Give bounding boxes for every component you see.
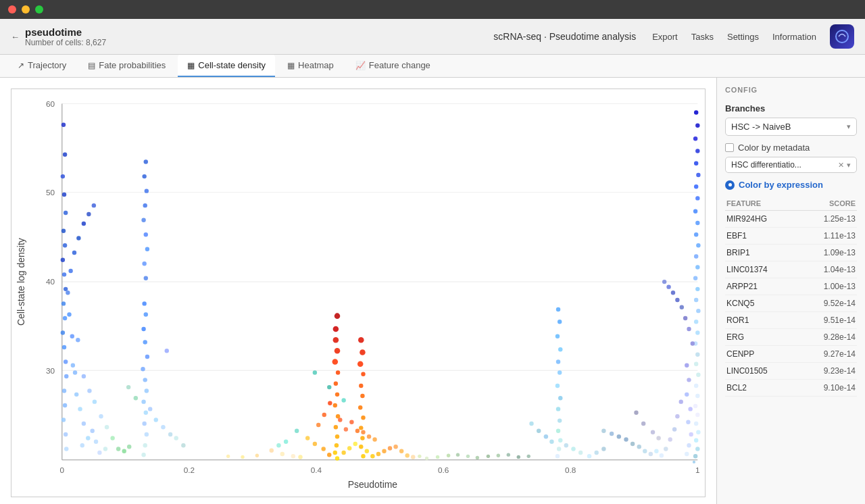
tab-cell-state-density[interactable]: ▦ Cell-state density — [178, 55, 275, 77]
svg-point-253 — [680, 305, 684, 309]
svg-point-29 — [61, 229, 66, 233]
svg-point-208 — [693, 276, 697, 280]
table-row[interactable]: BRIP11.09e-13 — [725, 245, 857, 261]
svg-point-237 — [672, 427, 676, 431]
svg-text:30: 30 — [46, 366, 55, 375]
table-row[interactable]: ERG9.28e-14 — [725, 329, 857, 346]
svg-point-123 — [360, 349, 366, 355]
feature-icon: 📈 — [355, 61, 366, 70]
svg-point-243 — [643, 449, 647, 453]
svg-point-145 — [388, 446, 392, 450]
table-row[interactable]: ROR19.51e-14 — [725, 312, 857, 329]
close-icon[interactable]: ✕ — [838, 161, 844, 170]
svg-point-82 — [145, 388, 149, 393]
table-row[interactable]: EBF11.11e-13 — [725, 228, 857, 245]
branches-dropdown[interactable]: HSC -> NaiveB ▾ — [725, 118, 857, 136]
svg-point-75 — [142, 301, 146, 305]
svg-point-215 — [695, 352, 699, 356]
svg-point-85 — [142, 422, 146, 426]
svg-point-89 — [144, 159, 148, 163]
feature-score: 9.27e-14 — [799, 346, 857, 363]
svg-point-95 — [145, 247, 149, 251]
svg-point-191 — [587, 454, 591, 458]
svg-point-106 — [165, 349, 169, 353]
svg-point-39 — [64, 374, 68, 378]
svg-point-235 — [679, 399, 683, 403]
close-button[interactable] — [8, 5, 16, 14]
feature-name: ARPP21 — [725, 278, 799, 295]
settings-button[interactable]: Settings — [722, 29, 764, 45]
svg-point-102 — [161, 425, 165, 429]
color-metadata-checkbox[interactable] — [725, 143, 734, 152]
tab-feature-label: Feature change — [369, 60, 430, 70]
svg-point-28 — [64, 211, 68, 215]
svg-point-257 — [662, 280, 666, 284]
svg-point-150 — [344, 427, 348, 431]
svg-point-164 — [313, 370, 317, 374]
tab-fate-probabilities[interactable]: ▤ Fate probabilities — [78, 55, 175, 77]
tab-heatmap[interactable]: ▦ Heatmap — [278, 55, 343, 77]
export-button[interactable]: Export — [647, 29, 683, 45]
svg-point-177 — [558, 396, 562, 400]
svg-point-220 — [693, 404, 697, 408]
svg-point-266 — [456, 453, 460, 456]
svg-point-135 — [313, 442, 317, 446]
svg-point-152 — [355, 428, 360, 432]
svg-point-130 — [359, 426, 363, 430]
cell-count: Number of cells: 8,627 — [25, 38, 106, 47]
svg-point-86 — [145, 432, 149, 436]
svg-point-46 — [71, 363, 75, 368]
feature-score: 9.10e-14 — [799, 380, 857, 397]
svg-point-272 — [517, 455, 520, 459]
tabs-bar: ↗ Trajectory ▤ Fate probabilities ▦ Cell… — [0, 55, 865, 78]
svg-point-30 — [63, 243, 67, 247]
svg-point-26 — [61, 174, 65, 178]
tab-trajectory-label: Trajectory — [28, 60, 66, 70]
svg-point-211 — [696, 309, 700, 313]
tab-trajectory[interactable]: ↗ Trajectory — [8, 55, 76, 77]
color-expression-row[interactable]: Color by expression — [725, 180, 857, 190]
back-button[interactable]: ← — [11, 32, 20, 42]
table-row[interactable]: LINC013741.04e-13 — [725, 261, 857, 278]
maximize-button[interactable] — [35, 5, 43, 14]
config-label: CONFIG — [725, 86, 857, 94]
svg-text:1: 1 — [695, 465, 700, 474]
svg-point-165 — [327, 385, 331, 389]
table-row[interactable]: KCNQ59.52e-14 — [725, 295, 857, 312]
tab-feature-change[interactable]: 📈 Feature change — [346, 55, 440, 77]
sidebar: CONFIG Branches HSC -> NaiveB ▾ Color by… — [716, 78, 865, 504]
svg-point-185 — [537, 428, 541, 432]
color-expression-radio[interactable] — [725, 180, 735, 190]
svg-point-230 — [688, 407, 692, 411]
svg-point-239 — [664, 447, 668, 451]
svg-point-212 — [694, 320, 698, 324]
table-row[interactable]: ARPP211.00e-13 — [725, 278, 857, 295]
minimize-button[interactable] — [22, 5, 30, 14]
table-row[interactable]: LINC015059.23e-14 — [725, 363, 857, 380]
svg-point-240 — [660, 453, 664, 457]
table-row[interactable]: BCL29.10e-14 — [725, 380, 857, 397]
svg-point-184 — [529, 422, 533, 426]
svg-point-128 — [358, 405, 362, 409]
svg-point-70 — [105, 425, 109, 429]
svg-point-49 — [82, 422, 86, 426]
feature-table-section: FEATURE SCORE MIR924HG1.25e-13EBF11.11e-… — [725, 197, 857, 397]
svg-point-156 — [270, 448, 274, 452]
feature-score: 1.25e-13 — [799, 211, 857, 228]
feature-name: ERG — [725, 329, 799, 346]
svg-point-252 — [683, 316, 687, 320]
table-row[interactable]: MIR924HG1.25e-13 — [725, 211, 857, 228]
svg-point-0 — [836, 30, 848, 43]
svg-point-131 — [360, 436, 364, 440]
tasks-button[interactable]: Tasks — [686, 29, 719, 45]
metadata-dropdown[interactable]: HSC differentiatio... ✕ ▾ — [725, 157, 857, 173]
information-button[interactable]: Information — [767, 29, 822, 45]
svg-point-100 — [148, 407, 152, 411]
svg-point-132 — [359, 445, 363, 449]
svg-point-233 — [687, 443, 691, 447]
feature-score: 1.09e-13 — [799, 245, 857, 261]
svg-point-119 — [335, 456, 339, 460]
svg-point-97 — [144, 276, 148, 280]
svg-point-94 — [144, 232, 148, 236]
table-row[interactable]: CENPP9.27e-14 — [725, 346, 857, 363]
